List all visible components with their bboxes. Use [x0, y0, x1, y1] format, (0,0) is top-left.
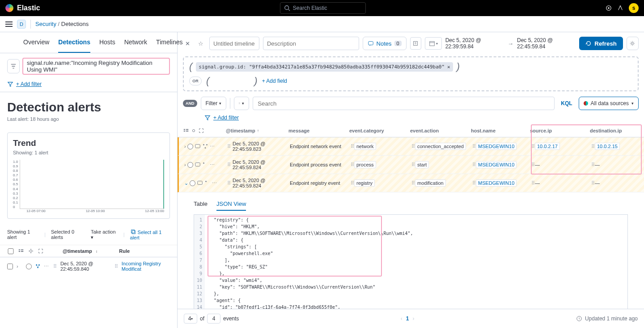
prev-page-icon[interactable]: ‹ — [401, 315, 402, 322]
tab-overview[interactable]: Overview — [23, 32, 49, 53]
notes-icon — [368, 40, 374, 47]
timeline-settings-icon[interactable] — [627, 37, 639, 50]
svg-rect-21 — [186, 129, 188, 130]
collapse-icon[interactable]: ⌄ — [184, 180, 188, 186]
add-field-link[interactable]: + Add field — [262, 78, 287, 84]
close-timeline-icon[interactable]: ✕ — [183, 38, 192, 49]
svg-point-11 — [36, 264, 37, 266]
next-page-icon[interactable]: › — [412, 315, 414, 322]
newsfeed-icon[interactable] — [606, 5, 612, 11]
remove-filter-icon[interactable]: ✕ — [447, 64, 450, 70]
total-count: 4 — [207, 314, 220, 324]
col-timestamp[interactable]: @timestamp↑ — [226, 126, 288, 135]
col-rule[interactable]: Rule — [119, 248, 130, 254]
row-ts: Dec 5, 2020 @ 22:45:59.840 — [60, 261, 111, 272]
svg-point-10 — [30, 250, 32, 252]
expand-row-icon[interactable]: › — [17, 264, 22, 269]
search-placeholder: Search Elastic — [293, 5, 327, 11]
filter-funnel-icon — [204, 115, 211, 121]
datasource-dot-icon — [584, 101, 588, 106]
favorite-icon[interactable]: ☆ — [196, 38, 205, 49]
svg-point-26 — [206, 144, 208, 145]
take-action-dropdown[interactable]: Take action ▾ — [91, 229, 118, 240]
filter-drop-zone[interactable]: ( signal.group.id: "9ffa4bda334217a1e85a… — [183, 56, 639, 91]
col-timestamp[interactable]: @timestamp — [63, 248, 92, 254]
analyze-row-icon[interactable] — [202, 143, 208, 149]
saved-query-icon[interactable]: ▾ — [234, 97, 249, 110]
svg-rect-15 — [414, 42, 418, 46]
user-avatar[interactable]: s — [629, 3, 639, 13]
svg-point-12 — [38, 264, 40, 266]
top-header: Elastic Search Elastic s — [0, 0, 644, 16]
tab-network[interactable]: Network — [124, 32, 147, 53]
json-viewer[interactable]: 1 2 3 4 5 6 7 8 9 10 11 12 13 14 15 16 1… — [194, 214, 628, 309]
add-filter-link[interactable]: + Add filter — [16, 81, 42, 87]
field-browser-icon[interactable] — [18, 248, 24, 254]
timeline-title-input[interactable] — [209, 37, 259, 50]
and-badge: AND — [183, 100, 197, 107]
tab-detections[interactable]: Detections — [58, 32, 90, 53]
timeline-desc-input[interactable] — [263, 37, 359, 50]
field-browser-icon[interactable] — [183, 128, 189, 134]
pin-radio[interactable] — [187, 144, 193, 149]
svg-rect-9 — [21, 251, 23, 252]
date-from[interactable]: Dec 5, 2020 @ 22:39:59.84 — [445, 37, 504, 50]
tab-timelines[interactable]: Timelines — [156, 32, 182, 53]
kql-options-toggle[interactable] — [7, 59, 20, 73]
brand-name: Elastic — [17, 4, 40, 12]
svg-rect-24 — [195, 145, 200, 148]
expand-icon[interactable]: › — [184, 144, 186, 149]
tab-bar: Overview Detections Hosts Network Timeli… — [0, 32, 177, 53]
trend-chart-area — [20, 160, 164, 209]
trend-subtitle: Showing: 1 alert — [13, 150, 164, 155]
svg-rect-16 — [430, 42, 435, 46]
fullscreen-icon[interactable] — [198, 128, 204, 134]
gear-column-icon[interactable] — [191, 128, 197, 134]
last-alert-text: Last alert: 18 hours ago — [0, 116, 177, 127]
filter-dropdown[interactable]: Filter▾ — [201, 97, 227, 110]
more-row-icon[interactable]: ⋯ — [210, 144, 215, 149]
col-host-name[interactable]: host.name — [471, 126, 530, 135]
date-quick-icon[interactable]: ▾ — [425, 37, 442, 50]
date-to[interactable]: Dec 5, 2020 @ 22:45:59.84 — [517, 37, 576, 50]
add-filter-link-2[interactable]: + Add filter — [213, 115, 239, 121]
view-tab-table[interactable]: Table — [194, 198, 208, 211]
nav-toggle-icon[interactable] — [5, 21, 13, 27]
fullscreen-icon[interactable] — [38, 248, 44, 254]
select-all-checkbox[interactable] — [7, 248, 14, 254]
timeline-search-input[interactable] — [253, 97, 555, 110]
page-size-selector[interactable]: 4 ▾ — [184, 314, 197, 324]
filter-icon — [10, 63, 17, 69]
analyze-icon[interactable] — [35, 263, 40, 269]
svg-rect-7 — [19, 251, 21, 252]
event-row: ⌄⋯ ⠿Dec 5, 2020 @ 22:45:59.824 Endpoint … — [178, 174, 644, 192]
row-checkbox[interactable] — [7, 264, 13, 269]
kql-query-input[interactable]: signal.rule.name:"Incoming Registry Modi… — [22, 58, 170, 75]
tab-hosts[interactable]: Hosts — [99, 32, 115, 53]
help-icon[interactable] — [617, 5, 623, 11]
refresh-button[interactable]: Refresh — [579, 37, 623, 50]
select-all-link[interactable]: Select all 1 alert — [130, 229, 170, 240]
page-number[interactable]: 1 — [406, 315, 409, 322]
drag-handle-icon[interactable]: ⠿ — [53, 264, 57, 269]
notes-row-icon[interactable] — [195, 143, 201, 149]
more-actions-icon[interactable]: ⋯ — [44, 264, 50, 269]
col-event-action[interactable]: event.action — [410, 126, 471, 135]
col-event-category[interactable]: event.category — [349, 126, 410, 135]
row-radio[interactable] — [26, 264, 32, 269]
filter-chip[interactable]: signal.group.id: "9ffa4bda334217a1e85a37… — [196, 62, 453, 72]
datasource-dropdown[interactable]: All data sources ▾ — [579, 97, 639, 110]
attach-icon[interactable] — [410, 37, 421, 50]
global-search-input[interactable]: Search Elastic — [280, 2, 366, 14]
space-selector[interactable]: D — [17, 20, 26, 29]
svg-rect-20 — [184, 131, 186, 132]
page-title: Detection alerts — [0, 92, 177, 116]
row-rule[interactable]: Incoming Registry Modificat — [122, 261, 170, 272]
view-tab-json[interactable]: JSON View — [216, 198, 246, 211]
breadcrumb-parent[interactable]: Security — [35, 21, 56, 27]
notes-button[interactable]: Notes 0 — [363, 37, 407, 50]
col-message[interactable]: message — [288, 126, 349, 135]
kql-toggle[interactable]: KQL — [558, 98, 575, 108]
gear-column-icon[interactable] — [28, 248, 34, 254]
svg-rect-30 — [198, 181, 203, 185]
